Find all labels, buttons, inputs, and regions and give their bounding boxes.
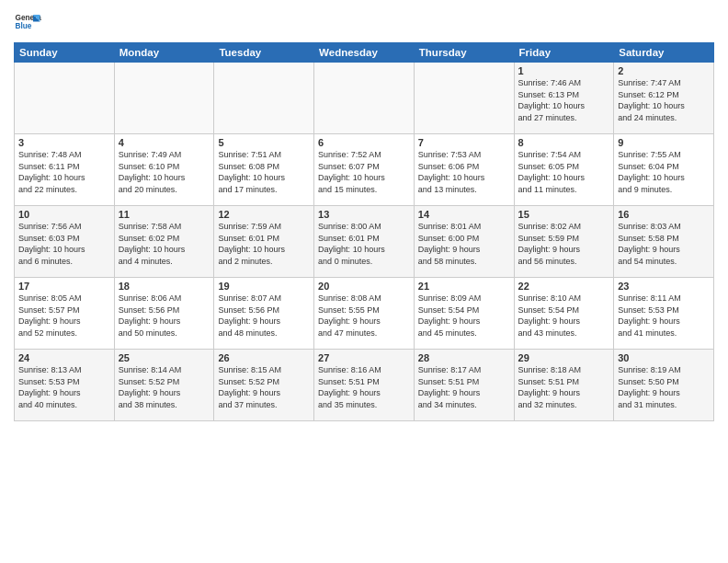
day-info: Sunrise: 8:14 AM Sunset: 5:52 PM Dayligh… [119,364,210,410]
day-number: 17 [18,281,110,292]
day-info: Sunrise: 8:15 AM Sunset: 5:52 PM Dayligh… [218,364,310,410]
calendar-cell: 6Sunrise: 7:52 AM Sunset: 6:07 PM Daylig… [314,134,415,206]
calendar-cell: 22Sunrise: 8:10 AM Sunset: 5:54 PM Dayli… [514,278,614,350]
calendar-week-row: 24Sunrise: 8:13 AM Sunset: 5:53 PM Dayli… [15,350,714,421]
calendar-cell: 25Sunrise: 8:14 AM Sunset: 5:52 PM Dayli… [114,350,214,421]
calendar-cell: 15Sunrise: 8:02 AM Sunset: 5:59 PM Dayli… [514,206,614,278]
day-info: Sunrise: 8:10 AM Sunset: 5:54 PM Dayligh… [518,293,610,339]
calendar-cell: 10Sunrise: 7:56 AM Sunset: 6:03 PM Dayli… [15,206,115,278]
calendar-week-row: 17Sunrise: 8:05 AM Sunset: 5:57 PM Dayli… [15,278,714,350]
day-info: Sunrise: 7:46 AM Sunset: 6:13 PM Dayligh… [518,77,610,123]
day-number: 19 [218,281,310,292]
calendar-header-row: SundayMondayTuesdayWednesdayThursdayFrid… [15,43,714,63]
day-number: 10 [18,209,110,220]
logo: General Blue [14,9,43,37]
day-number: 24 [18,352,110,363]
day-info: Sunrise: 8:00 AM Sunset: 6:01 PM Dayligh… [318,221,410,267]
weekday-header: Thursday [414,43,514,63]
calendar-cell [414,63,514,134]
day-info: Sunrise: 8:16 AM Sunset: 5:51 PM Dayligh… [318,364,410,410]
calendar-cell [314,63,415,134]
day-info: Sunrise: 7:48 AM Sunset: 6:11 PM Dayligh… [18,149,110,195]
day-number: 2 [618,65,710,76]
calendar-table: SundayMondayTuesdayWednesdayThursdayFrid… [14,42,714,421]
weekday-header: Tuesday [214,43,314,63]
calendar-cell: 12Sunrise: 7:59 AM Sunset: 6:01 PM Dayli… [214,206,314,278]
day-info: Sunrise: 8:08 AM Sunset: 5:55 PM Dayligh… [318,293,410,339]
day-info: Sunrise: 7:54 AM Sunset: 6:05 PM Dayligh… [518,149,610,195]
day-info: Sunrise: 8:07 AM Sunset: 5:56 PM Dayligh… [218,293,310,339]
day-number: 11 [119,209,210,220]
calendar-cell: 5Sunrise: 7:51 AM Sunset: 6:08 PM Daylig… [214,134,314,206]
logo-icon: General Blue [14,9,41,37]
day-info: Sunrise: 8:17 AM Sunset: 5:51 PM Dayligh… [418,364,510,410]
day-info: Sunrise: 8:09 AM Sunset: 5:54 PM Dayligh… [418,293,510,339]
day-number: 6 [318,137,410,148]
calendar-week-row: 1Sunrise: 7:46 AM Sunset: 6:13 PM Daylig… [15,63,714,134]
day-number: 25 [119,352,210,363]
svg-text:Blue: Blue [16,22,32,30]
calendar-week-row: 3Sunrise: 7:48 AM Sunset: 6:11 PM Daylig… [15,134,714,206]
day-number: 14 [418,209,510,220]
calendar-cell: 3Sunrise: 7:48 AM Sunset: 6:11 PM Daylig… [15,134,115,206]
calendar-cell: 2Sunrise: 7:47 AM Sunset: 6:12 PM Daylig… [614,63,714,134]
weekday-header: Friday [514,43,614,63]
calendar-cell: 27Sunrise: 8:16 AM Sunset: 5:51 PM Dayli… [314,350,415,421]
day-info: Sunrise: 8:05 AM Sunset: 5:57 PM Dayligh… [18,293,110,339]
weekday-header: Saturday [614,43,714,63]
day-number: 7 [418,137,510,148]
day-info: Sunrise: 8:19 AM Sunset: 5:50 PM Dayligh… [618,364,710,410]
calendar-cell [114,63,214,134]
day-info: Sunrise: 8:01 AM Sunset: 6:00 PM Dayligh… [418,221,510,267]
calendar-week-row: 10Sunrise: 7:56 AM Sunset: 6:03 PM Dayli… [15,206,714,278]
calendar-cell: 19Sunrise: 8:07 AM Sunset: 5:56 PM Dayli… [214,278,314,350]
day-info: Sunrise: 7:55 AM Sunset: 6:04 PM Dayligh… [618,149,710,195]
calendar-cell: 4Sunrise: 7:49 AM Sunset: 6:10 PM Daylig… [114,134,214,206]
day-info: Sunrise: 7:52 AM Sunset: 6:07 PM Dayligh… [318,149,410,195]
calendar-cell [15,63,115,134]
calendar-cell: 16Sunrise: 8:03 AM Sunset: 5:58 PM Dayli… [614,206,714,278]
day-number: 3 [18,137,110,148]
day-info: Sunrise: 8:18 AM Sunset: 5:51 PM Dayligh… [518,364,610,410]
day-number: 23 [618,281,710,292]
day-info: Sunrise: 7:49 AM Sunset: 6:10 PM Dayligh… [119,149,210,195]
day-info: Sunrise: 8:06 AM Sunset: 5:56 PM Dayligh… [119,293,210,339]
calendar-cell: 7Sunrise: 7:53 AM Sunset: 6:06 PM Daylig… [414,134,514,206]
day-number: 5 [218,137,310,148]
calendar-cell: 8Sunrise: 7:54 AM Sunset: 6:05 PM Daylig… [514,134,614,206]
day-info: Sunrise: 7:51 AM Sunset: 6:08 PM Dayligh… [218,149,310,195]
calendar-cell: 23Sunrise: 8:11 AM Sunset: 5:53 PM Dayli… [614,278,714,350]
day-number: 16 [618,209,710,220]
day-info: Sunrise: 7:58 AM Sunset: 6:02 PM Dayligh… [119,221,210,267]
day-info: Sunrise: 8:11 AM Sunset: 5:53 PM Dayligh… [618,293,710,339]
calendar-cell: 14Sunrise: 8:01 AM Sunset: 6:00 PM Dayli… [414,206,514,278]
day-number: 29 [518,352,610,363]
page: General Blue SundayMondayTuesdayWednesda… [0,0,728,563]
day-number: 28 [418,352,510,363]
day-number: 22 [518,281,610,292]
day-number: 9 [618,137,710,148]
weekday-header: Wednesday [314,43,415,63]
weekday-header: Sunday [15,43,115,63]
calendar-cell: 26Sunrise: 8:15 AM Sunset: 5:52 PM Dayli… [214,350,314,421]
weekday-header: Monday [114,43,214,63]
day-info: Sunrise: 8:03 AM Sunset: 5:58 PM Dayligh… [618,221,710,267]
calendar-cell: 18Sunrise: 8:06 AM Sunset: 5:56 PM Dayli… [114,278,214,350]
day-info: Sunrise: 7:53 AM Sunset: 6:06 PM Dayligh… [418,149,510,195]
day-number: 4 [119,137,210,148]
calendar-cell [214,63,314,134]
day-number: 12 [218,209,310,220]
calendar-cell: 11Sunrise: 7:58 AM Sunset: 6:02 PM Dayli… [114,206,214,278]
calendar-cell: 30Sunrise: 8:19 AM Sunset: 5:50 PM Dayli… [614,350,714,421]
day-number: 21 [418,281,510,292]
calendar-cell: 1Sunrise: 7:46 AM Sunset: 6:13 PM Daylig… [514,63,614,134]
day-number: 30 [618,352,710,363]
day-info: Sunrise: 7:47 AM Sunset: 6:12 PM Dayligh… [618,77,710,123]
day-number: 15 [518,209,610,220]
calendar-cell: 9Sunrise: 7:55 AM Sunset: 6:04 PM Daylig… [614,134,714,206]
calendar-cell: 28Sunrise: 8:17 AM Sunset: 5:51 PM Dayli… [414,350,514,421]
day-number: 26 [218,352,310,363]
calendar-cell: 13Sunrise: 8:00 AM Sunset: 6:01 PM Dayli… [314,206,415,278]
day-number: 13 [318,209,410,220]
day-number: 20 [318,281,410,292]
